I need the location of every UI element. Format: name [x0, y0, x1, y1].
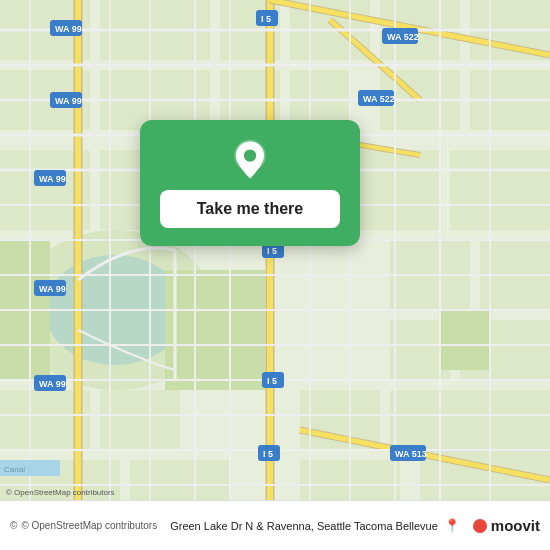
location-pin-icon: [228, 138, 272, 182]
svg-rect-26: [130, 460, 230, 500]
svg-text:WA 99: WA 99: [55, 24, 82, 34]
svg-rect-31: [165, 270, 265, 390]
take-me-there-button[interactable]: Take me there: [160, 190, 340, 228]
svg-text:I 5: I 5: [263, 449, 273, 459]
svg-rect-21: [390, 390, 550, 450]
svg-text:I 5: I 5: [267, 246, 277, 256]
moovit-label: moovit: [491, 517, 540, 534]
location-pin-small: 📍: [444, 518, 460, 533]
attribution: © © OpenStreetMap contributors: [10, 520, 157, 531]
svg-text:WA 99: WA 99: [39, 284, 66, 294]
svg-text:I 5: I 5: [261, 14, 271, 24]
svg-text:I 5: I 5: [267, 376, 277, 386]
svg-rect-16: [450, 150, 550, 230]
svg-text:WA 522: WA 522: [363, 94, 395, 104]
svg-text:WA 99: WA 99: [39, 379, 66, 389]
svg-point-100: [244, 149, 256, 161]
svg-text:© OpenStreetMap contributors: © OpenStreetMap contributors: [6, 488, 115, 497]
moovit-logo: moovit: [473, 517, 540, 534]
map-container: Canal WA 99 WA 99 WA 99 WA 99 WA 99 I 5 …: [0, 0, 550, 500]
svg-text:WA 522: WA 522: [387, 32, 419, 42]
svg-text:WA 99: WA 99: [39, 174, 66, 184]
location-name: Green Lake Dr N & Ravenna, Seattle Tacom…: [170, 520, 438, 532]
svg-text:Canal: Canal: [4, 465, 25, 474]
location-popup: Take me there: [140, 120, 360, 246]
attribution-text: © OpenStreetMap contributors: [21, 520, 157, 531]
copyright-icon: ©: [10, 520, 17, 531]
svg-rect-32: [440, 310, 490, 370]
bottom-bar: © © OpenStreetMap contributors Green Lak…: [0, 500, 550, 550]
svg-text:WA 513: WA 513: [395, 449, 427, 459]
svg-rect-24: [100, 390, 180, 450]
location-label: Green Lake Dr N & Ravenna, Seattle Tacom…: [165, 518, 465, 533]
svg-text:WA 99: WA 99: [55, 96, 82, 106]
moovit-dot: [473, 519, 487, 533]
